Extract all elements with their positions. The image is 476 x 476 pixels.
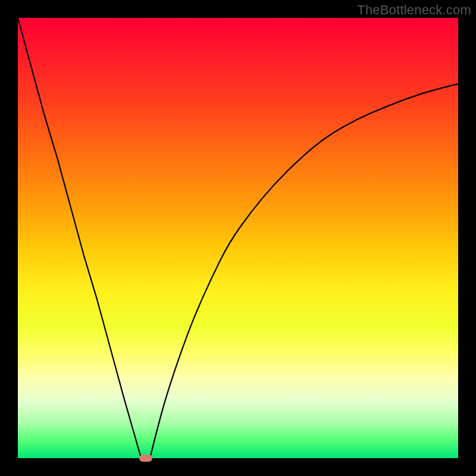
chart-plot-area [18, 18, 458, 458]
bottleneck-curve [18, 18, 458, 458]
chart-frame: TheBottleneck.com [0, 0, 476, 476]
curve-right-branch [150, 84, 458, 458]
minimum-marker [139, 455, 152, 462]
curve-left-branch [18, 18, 141, 458]
watermark-text: TheBottleneck.com [357, 2, 471, 18]
